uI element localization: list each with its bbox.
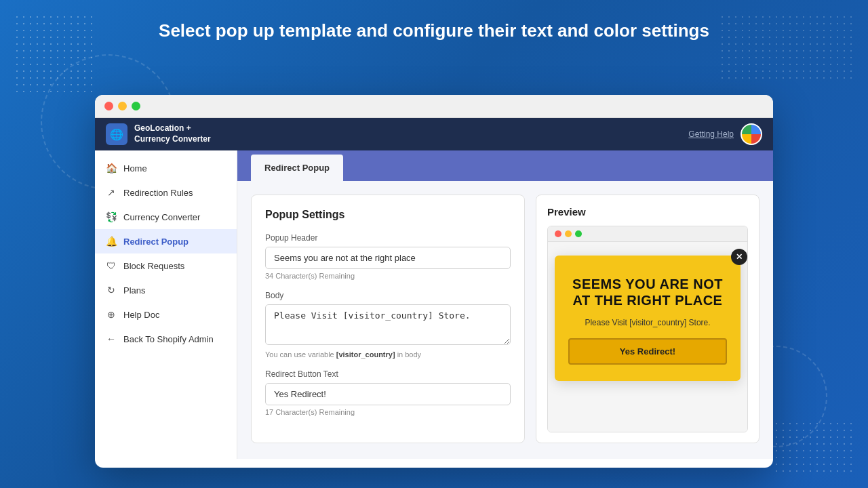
popup-card: ✕ SEEMS YOU ARE NOT AT THE RIGHT PLACE P… [555, 256, 741, 381]
sidebar-item-plans[interactable]: ↻ Plans [95, 278, 237, 302]
sidebar-item-help-doc[interactable]: ⊕ Help Doc [95, 302, 237, 327]
bell-icon: 🔔 [106, 236, 117, 247]
app-header: 🌐 GeoLocation + Currency Converter Getti… [95, 118, 773, 150]
sidebar: 🏠 Home ↗ Redirection Rules 💱 Currency Co… [95, 150, 237, 459]
sidebar-label-home: Home [123, 163, 147, 174]
preview-title: Preview [547, 206, 748, 218]
popup-header-label: Popup Header [265, 233, 511, 243]
preview-panel: Preview ✕ SEEMS YOU ARE NOT AT THE RIGHT… [536, 195, 760, 443]
sidebar-label-plans: Plans [123, 285, 146, 296]
currency-icon: 💱 [106, 211, 117, 222]
home-icon: 🏠 [106, 163, 117, 174]
tab-redirect-popup[interactable]: Redirect Popup [251, 155, 343, 181]
tab-bar: Redirect Popup [237, 150, 773, 181]
plans-icon: ↻ [106, 285, 117, 296]
body-textarea[interactable]: Please Visit [visitor_country] Store. [265, 304, 511, 345]
shield-icon: 🛡 [106, 260, 117, 271]
redirect-button-label: Redirect Button Text [265, 369, 511, 379]
popup-header-input[interactable] [265, 247, 511, 269]
sidebar-label-redirect-popup: Redirect Popup [123, 237, 189, 247]
popup-header-char-count: 34 Character(s) Remaining [265, 272, 511, 280]
sidebar-label-help-doc: Help Doc [123, 310, 159, 320]
popup-settings-panel: Popup Settings Popup Header 34 Character… [251, 195, 525, 443]
logo-text: GeoLocation + Currency Converter [134, 123, 211, 144]
content-area: Popup Settings Popup Header 34 Character… [237, 181, 773, 457]
preview-browser: ✕ SEEMS YOU ARE NOT AT THE RIGHT PLACE P… [547, 226, 748, 432]
browser-chrome [95, 95, 773, 118]
dot-green[interactable] [132, 102, 140, 110]
preview-dot-yellow [565, 230, 572, 237]
popup-header-text: SEEMS YOU ARE NOT AT THE RIGHT PLACE [568, 276, 727, 308]
redirect-button-input[interactable] [265, 383, 511, 405]
sidebar-label-block-requests: Block Requests [123, 261, 184, 271]
logo-icon: 🌐 [106, 123, 127, 145]
preview-chrome [548, 226, 747, 242]
popup-body-text: Please Visit [visitor_country] Store. [568, 318, 727, 327]
sidebar-item-block-requests[interactable]: 🛡 Block Requests [95, 253, 237, 278]
popup-settings-title: Popup Settings [265, 209, 511, 221]
popup-redirect-button[interactable]: Yes Redirect! [568, 338, 727, 365]
back-icon: ← [106, 333, 117, 344]
sidebar-label-redirection-rules: Redirection Rules [123, 188, 193, 198]
dot-red[interactable] [104, 102, 113, 110]
sidebar-item-currency-converter[interactable]: 💱 Currency Converter [95, 205, 237, 229]
browser-window: 🌐 GeoLocation + Currency Converter Getti… [95, 95, 773, 468]
preview-dot-green [575, 230, 582, 237]
sidebar-item-back-shopify[interactable]: ← Back To Shopify Admin [95, 327, 237, 351]
dot-yellow[interactable] [118, 102, 127, 110]
sidebar-item-redirect-popup[interactable]: 🔔 Redirect Popup [95, 229, 237, 253]
redirect-button-char-count: 17 Character(s) Remaining [265, 408, 511, 416]
redirect-button-group: Redirect Button Text 17 Character(s) Rem… [265, 369, 511, 416]
sidebar-label-back-shopify: Back To Shopify Admin [123, 334, 214, 344]
redirect-icon: ↗ [106, 187, 117, 198]
logo-line1: GeoLocation + [134, 123, 211, 134]
app-logo: 🌐 GeoLocation + Currency Converter [106, 123, 211, 145]
page-title: Select pop up template and configure the… [0, 0, 868, 55]
body-hint-suffix: in body [395, 350, 422, 359]
main-content: Redirect Popup Popup Settings Popup Head… [237, 150, 773, 459]
logo-line2: Currency Converter [134, 134, 211, 145]
header-right: Getting Help [688, 123, 762, 145]
body-group: Body Please Visit [visitor_country] Stor… [265, 291, 511, 359]
sidebar-label-currency-converter: Currency Converter [123, 212, 200, 222]
sidebar-item-home[interactable]: 🏠 Home [95, 156, 237, 180]
preview-dot-red [555, 230, 561, 237]
app-body: 🏠 Home ↗ Redirection Rules 💱 Currency Co… [95, 150, 773, 459]
body-hint-variable: [visitor_country] [336, 350, 395, 359]
header-link[interactable]: Getting Help [688, 129, 734, 139]
body-hint: You can use variable [visitor_country] i… [265, 350, 511, 359]
body-label: Body [265, 291, 511, 300]
preview-content: ✕ SEEMS YOU ARE NOT AT THE RIGHT PLACE P… [548, 242, 747, 432]
help-icon: ⊕ [106, 309, 117, 320]
sidebar-item-redirection-rules[interactable]: ↗ Redirection Rules [95, 180, 237, 205]
header-avatar [741, 123, 762, 145]
popup-close-button[interactable]: ✕ [731, 249, 747, 265]
tab-label-redirect-popup: Redirect Popup [264, 163, 330, 173]
popup-header-group: Popup Header 34 Character(s) Remaining [265, 233, 511, 280]
body-hint-prefix: You can use variable [265, 350, 336, 359]
